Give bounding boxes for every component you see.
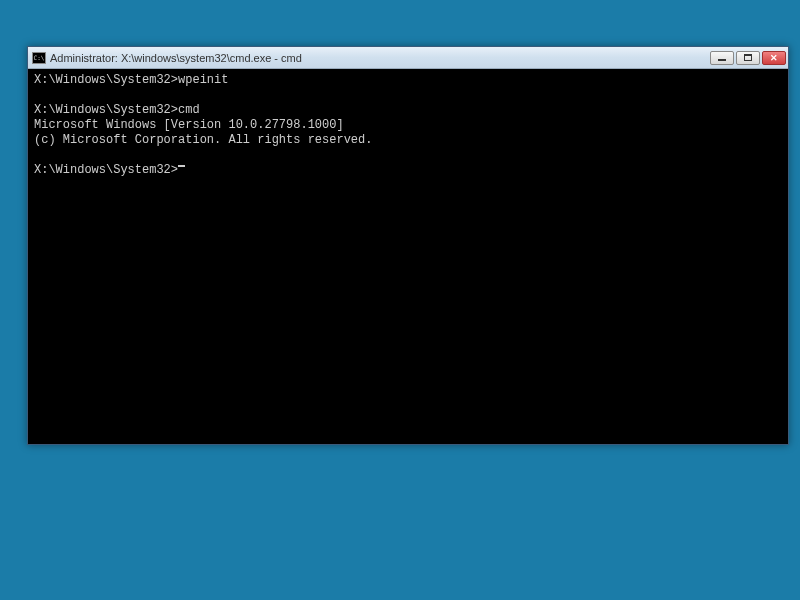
window-controls: ✕ [710,51,786,65]
cmd-window: C:\ Administrator: X:\windows\system32\c… [27,46,789,445]
terminal-line: (c) Microsoft Corporation. All rights re… [34,133,782,148]
maximize-button[interactable] [736,51,760,65]
window-title: Administrator: X:\windows\system32\cmd.e… [50,52,710,64]
minimize-icon [718,59,726,61]
maximize-icon [744,54,752,61]
terminal-line [34,88,782,103]
terminal-area[interactable]: X:\Windows\System32>wpeinit X:\Windows\S… [28,69,788,444]
terminal-line: Microsoft Windows [Version 10.0.27798.10… [34,118,782,133]
close-icon: ✕ [770,53,778,63]
terminal-prompt-line: X:\Windows\System32> [34,163,782,178]
terminal-line: X:\Windows\System32>cmd [34,103,782,118]
terminal-line [34,148,782,163]
cmd-icon-text: C:\ [34,55,45,61]
minimize-button[interactable] [710,51,734,65]
terminal-prompt: X:\Windows\System32> [34,163,178,178]
terminal-line: X:\Windows\System32>wpeinit [34,73,782,88]
cursor [178,165,185,167]
close-button[interactable]: ✕ [762,51,786,65]
cmd-icon: C:\ [32,52,46,64]
titlebar[interactable]: C:\ Administrator: X:\windows\system32\c… [28,47,788,69]
